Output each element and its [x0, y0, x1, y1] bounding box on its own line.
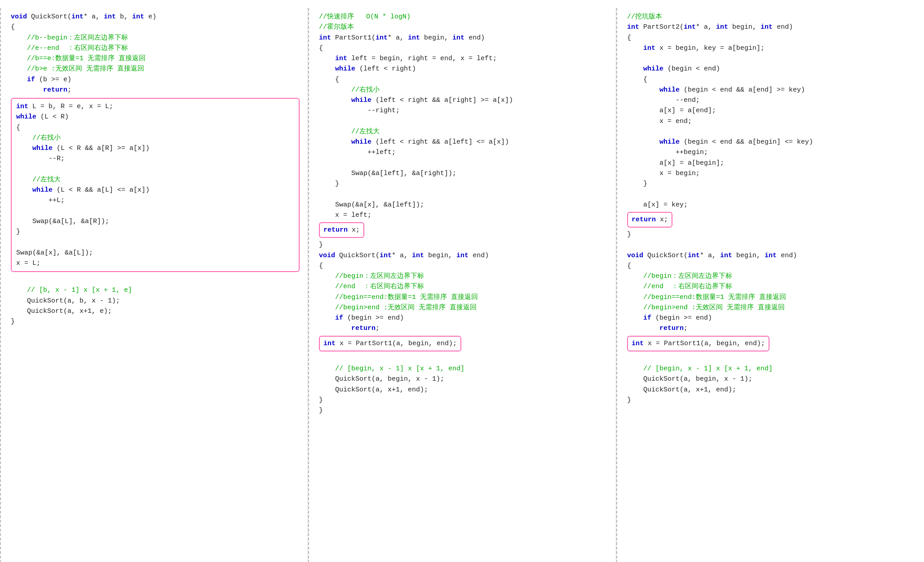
highlight-return-2: return x;	[627, 210, 916, 229]
code-col3-bottom: // [begin, x - 1] x [x + 1, end] QuickSo…	[627, 353, 916, 405]
code-col3-top: //挖坑版本 int PartSort2(int* a, int begin, …	[627, 12, 916, 210]
title-pit: //挖坑版本	[627, 13, 662, 21]
code-col1-bottom: // [b, x - 1] x [x + 1, e] QuickSort(a, …	[11, 275, 300, 327]
highlight-return-1: return x;	[319, 220, 608, 240]
code-col2-bottom: // [begin, x - 1] x [x + 1, end] QuickSo…	[319, 353, 608, 416]
highlight-partsort-1: int x = PartSort1(a, begin, end);	[319, 334, 608, 353]
main-container: void QuickSort(int* a, int b, int e) { /…	[0, 4, 924, 562]
column-3: //挖坑版本 int PartSort2(int* a, int begin, …	[616, 8, 924, 562]
highlight-block-1: int L = b, R = e, x = L; while (L < R) {…	[11, 98, 300, 272]
code-col1: void QuickSort(int* a, int b, int e) { /…	[11, 12, 300, 95]
code-col3-mid: } void QuickSort(int* a, int begin, int …	[627, 229, 916, 334]
column-2: //快速排序 O(N * logN) //霍尔版本 int PartSort1(…	[308, 8, 616, 562]
highlight-partsort-2: int x = PartSort1(a, begin, end);	[627, 334, 916, 353]
title-quicksort: //快速排序 O(N * logN)	[319, 13, 411, 21]
title-hoare: //霍尔版本	[319, 23, 354, 31]
column-1: void QuickSort(int* a, int b, int e) { /…	[0, 8, 308, 562]
code-col2-mid: } void QuickSort(int* a, int begin, int …	[319, 240, 608, 334]
code-col2-top: //快速排序 O(N * logN) //霍尔版本 int PartSort1(…	[319, 12, 608, 220]
